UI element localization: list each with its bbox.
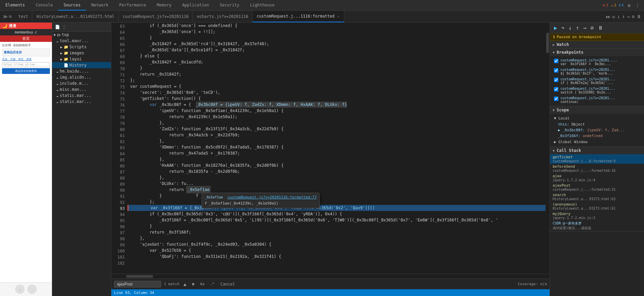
- code-line-88[interactable]: },: [127, 174, 546, 181]
- tree-item-history[interactable]: ▶ 📄 History: [52, 62, 111, 68]
- tab-lighthouse[interactable]: Lighthouse: [245, 0, 280, 10]
- call-stack-ajax[interactable]: ajax jquery-1.7.2.min.js:4: [550, 173, 644, 183]
- tab-memory[interactable]: Memory: [151, 0, 177, 10]
- breakpoint-checkbox-1[interactable]: [554, 59, 558, 63]
- tree-item-staticmar2[interactable]: ☁ static.mar...: [52, 99, 111, 105]
- code-line-91[interactable]: } f _0x5ef1ae(_0x41239c, _0x1e50a1): [127, 193, 546, 199]
- watch-header[interactable]: ▶ Watch: [550, 41, 644, 48]
- hscroll-thumb[interactable]: [126, 275, 153, 278]
- jump-to-definition-icon[interactable]: ⏭: [606, 14, 610, 19]
- chevron-left-icon[interactable]: ≫: [3, 14, 8, 19]
- tab-application[interactable]: Application: [177, 0, 214, 10]
- scope-local-header[interactable]: ▼ Local: [553, 115, 641, 122]
- scope-global-header[interactable]: ▶ Global Window: [553, 139, 641, 145]
- code-line-78[interactable]: return _0x41239c(_0x1e50a1);: [127, 114, 546, 120]
- code-line-84[interactable]: return _0x47ada5 + _0x170387;: [127, 150, 546, 156]
- code-line-69[interactable]: _0x31842f = _0x1acdfd;: [127, 59, 546, 65]
- code-line-96[interactable]: }: [127, 223, 546, 229]
- file-tree-toggle-icon[interactable]: ⊟: [9, 14, 11, 19]
- code-line-87[interactable]: return _0x1835fa - _0x2d0f0b;: [127, 168, 546, 174]
- code-line-99[interactable]: 'ajaxGet': function(_0x2f4f9c, _0x24ed03…: [127, 241, 546, 247]
- call-stack-ajaxpost[interactable]: ajaxPost customRequest.j...:formatted:15: [550, 183, 644, 192]
- code-line-90[interactable]: return _0x5ef1ae_0x5ef1ae customRequest.…: [127, 187, 546, 193]
- step-out-icon[interactable]: ↑: [622, 14, 625, 19]
- edit-button[interactable]: ✎: [27, 285, 37, 294]
- code-line-82[interactable]: },: [127, 138, 546, 144]
- search-next-icon[interactable]: ▼: [191, 281, 196, 288]
- code-line-73[interactable]: var customRequest = {: [127, 83, 546, 89]
- site-url-input[interactable]: https://item.jd.com...: [2, 62, 50, 67]
- code-line-85[interactable]: },: [127, 156, 546, 162]
- scope-header[interactable]: ▼ Scope: [550, 106, 644, 114]
- site-platforms-link[interactable]: 京东、天猫、淘宝、拼多: [2, 57, 50, 61]
- step-out-btn-icon[interactable]: ↑: [575, 24, 581, 32]
- call-stack-beforesend[interactable]: beforeSend customRequest.j...:formatted:…: [550, 164, 644, 173]
- code-line-81[interactable]: return _0x34a3cb > _0x22d7b9;: [127, 132, 546, 138]
- search-prev-icon[interactable]: ▲: [182, 281, 187, 288]
- tree-item-imgalicdn[interactable]: ☁ img.alicdn...: [52, 74, 111, 80]
- deactivate-btn-icon[interactable]: ⊘: [589, 24, 595, 32]
- pause-on-exceptions-icon[interactable]: ⏸: [637, 14, 641, 19]
- horizontal-scrollbar[interactable]: [111, 274, 550, 278]
- file-tab-echarts[interactable]: echarts.js?v=20201116: [193, 11, 253, 22]
- code-line-94[interactable]: if (_0x3bc08f[_0x365d('0x3', 'c@U')](_0x…: [127, 211, 546, 217]
- search-input[interactable]: [114, 281, 161, 288]
- step-over-btn-icon[interactable]: ↷: [560, 24, 566, 32]
- tree-item-layui[interactable]: ▶ 📁 layui: [52, 56, 111, 62]
- code-line-101[interactable]: 'QbaFj': function _0x311e21(_0x2192a, _0…: [127, 253, 546, 260]
- match-case-option[interactable]: Aa: [199, 281, 206, 287]
- call-stack-header[interactable]: ▼ Call Stack: [550, 147, 644, 154]
- code-line-79[interactable]: },: [127, 120, 546, 126]
- vertical-scrollbar[interactable]: [546, 23, 550, 274]
- tab-security[interactable]: Security: [214, 0, 245, 10]
- tree-item-top[interactable]: ▼ 🗁 top: [52, 32, 111, 38]
- code-line-63[interactable]: if (_0x365d['once'] === undefined) {: [127, 23, 546, 29]
- step-btn-icon[interactable]: →: [582, 24, 588, 32]
- tab-network[interactable]: Network: [86, 0, 114, 10]
- code-line-83[interactable]: 'XDmmn': function _0x5cd9f2(_0x47ada5, _…: [127, 144, 546, 150]
- tab-elements[interactable]: Elements: [0, 0, 30, 10]
- code-line-66[interactable]: _0x31842f = _0x365d['rc4'](_0x31842f, _0…: [127, 41, 546, 47]
- breakpoint-checkbox-3[interactable]: [554, 78, 558, 82]
- breakpoint-checkbox-4[interactable]: [554, 87, 558, 91]
- code-line-93[interactable]: var _0x3f166f = [_0x3bc08f]['ipeUV']($, …: [127, 205, 546, 211]
- code-line-68[interactable]: } else {: [127, 53, 546, 59]
- tree-item-includem[interactable]: ☁ include.m...: [52, 80, 111, 86]
- deactivate-breakpoints-icon[interactable]: ⊘: [632, 14, 635, 19]
- code-lines[interactable]: if (_0x365d['once'] === undefined) { _0x…: [127, 23, 546, 274]
- call-stack-anonymous[interactable]: (anonymous) HistoryLowest.a...93273.html…: [550, 201, 644, 211]
- more-options-icon[interactable]: ⋮: [62, 25, 66, 29]
- code-line-80[interactable]: 'ZadZx': function _0x13f13f(_0x34a3cb, _…: [127, 126, 546, 132]
- code-line-71[interactable]: return _0x31842f;: [127, 71, 546, 77]
- tab-sources[interactable]: Sources: [58, 0, 86, 10]
- resume-icon[interactable]: ▶: [553, 24, 559, 32]
- code-line-76[interactable]: var _0x3bc08f = { _0x3bc08f = {ipeUV: f,…: [127, 102, 546, 108]
- code-line-92[interactable]: };: [127, 199, 546, 205]
- scroll-up-button[interactable]: ▲: [15, 285, 25, 294]
- scope-3bc08f[interactable]: ▶ _0x3bc08f: {ipeUV: f, Zad...: [553, 127, 641, 133]
- call-stack-search[interactable]: search HistoryLowest.a...93273.html:63: [550, 192, 644, 201]
- search-cancel-button[interactable]: Cancel: [218, 281, 237, 287]
- code-line-64[interactable]: _0x365d['once'] = !![];: [127, 29, 546, 35]
- call-stack-getTicket[interactable]: getTicket customRequest.j...6:formatted:…: [550, 154, 644, 164]
- breakpoints-header[interactable]: ▼ Breakpoints: [550, 49, 644, 56]
- pause-exceptions-btn-icon[interactable]: ⏸: [596, 24, 605, 32]
- step-icon[interactable]: →: [627, 14, 630, 19]
- code-line-95[interactable]: _0x3f166f = _0x3bc08f[_0x365d('0x5', 'L)…: [127, 217, 546, 223]
- file-tab-customrequestfmt[interactable]: customRequest.j...1116:formatted ✕: [253, 11, 344, 22]
- close-tab-icon[interactable]: ✕: [336, 14, 340, 19]
- step-over-icon[interactable]: ↻: [612, 14, 615, 19]
- breakpoint-checkbox-2[interactable]: [554, 68, 558, 73]
- site-nav[interactable]: 首页: [0, 35, 52, 42]
- code-line-67[interactable]: _0x365d['data'][_0x5ce1df] = _0x31842f;: [127, 47, 546, 53]
- tree-item-images[interactable]: ▶ 📁 images: [52, 50, 111, 56]
- code-line-102[interactable]: [127, 260, 546, 266]
- code-line-77[interactable]: 'ipeUV': function _0x5ef1ae(_0x41239c, _…: [127, 108, 546, 114]
- scope-3f166f[interactable]: _0x3f166f: undefined: [553, 133, 641, 139]
- new-file-icon[interactable]: 📄: [55, 25, 60, 29]
- file-tab-history[interactable]: HistoryLowest.a...011493273.html: [32, 11, 119, 22]
- settings-icon[interactable]: ⚙: [626, 2, 632, 9]
- tree-item-miscman[interactable]: ☁ misc.man...: [52, 86, 111, 92]
- breakpoint-checkbox-5[interactable]: [554, 97, 558, 101]
- call-stack-csdn[interactable]: CSDN @一家有多梦 成功设置√激活...成或成: [550, 220, 644, 231]
